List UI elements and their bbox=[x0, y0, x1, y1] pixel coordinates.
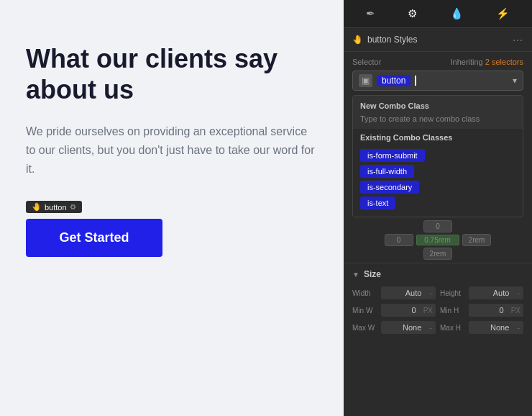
inheriting-label: Inheriting 2 selectors bbox=[450, 58, 523, 66]
min-height-field: Min H 0 PX bbox=[440, 304, 523, 317]
width-value: Auto bbox=[381, 286, 426, 299]
combo-tag-is-text[interactable]: is-text bbox=[360, 196, 395, 209]
height-label: Height bbox=[440, 289, 466, 297]
selector-type-icon: ▣ bbox=[359, 74, 372, 87]
max-height-value: None bbox=[469, 321, 513, 334]
size-header: ▼ Size bbox=[352, 269, 523, 279]
size-section: ▼ Size Width Auto - Height Auto - bbox=[344, 263, 532, 416]
hand-icon: 🤚 bbox=[32, 202, 42, 212]
spacing-right: 2rem bbox=[462, 234, 492, 246]
combo-tag-is-form-submit[interactable]: is-form-submit bbox=[360, 149, 425, 162]
new-combo-hint: Type to create a new combo class bbox=[353, 113, 523, 129]
max-width-label: Max W bbox=[352, 324, 378, 332]
paint-icon[interactable]: ✒ bbox=[360, 4, 381, 23]
combo-tags-list: is-form-submit is-full-width is-secondar… bbox=[353, 146, 523, 217]
size-label: Size bbox=[364, 269, 381, 279]
selector-class-tag: button bbox=[377, 75, 411, 86]
section-title-group: 🤚 button Styles bbox=[352, 35, 417, 45]
min-width-label: Min W bbox=[352, 307, 378, 315]
right-panel: ✒ ⚙ 💧 ⚡ 🤚 button Styles ··· Selector Inh… bbox=[344, 0, 532, 416]
max-height-field: Max H None - bbox=[440, 321, 523, 334]
combo-class-dropdown: New Combo Class Type to create a new com… bbox=[352, 95, 523, 217]
max-width-value: None bbox=[381, 321, 426, 334]
droplets-icon[interactable]: 💧 bbox=[444, 4, 469, 23]
section-header: 🤚 button Styles ··· bbox=[344, 28, 532, 52]
min-width-value: 0 bbox=[381, 304, 421, 317]
gear-icon[interactable]: ⚙ bbox=[70, 203, 76, 211]
sub-text: We pride ourselves on providing an excep… bbox=[26, 122, 318, 178]
width-dash[interactable]: - bbox=[426, 286, 436, 299]
min-height-label: Min H bbox=[440, 307, 466, 315]
new-combo-title: New Combo Class bbox=[353, 96, 523, 113]
width-field: Width Auto - bbox=[352, 286, 436, 299]
spacing-bottom: 2rem bbox=[423, 248, 453, 260]
selector-row: Selector Inheriting 2 selectors ▣ button… bbox=[344, 52, 532, 95]
spacing-visual: 0 0 0.75rem 2rem 2rem bbox=[344, 217, 532, 263]
left-panel: What our clients say about us We pride o… bbox=[0, 0, 344, 416]
selector-label-row: Selector Inheriting 2 selectors bbox=[352, 58, 523, 66]
hand-icon2: 🤚 bbox=[352, 35, 363, 45]
height-input-group[interactable]: Auto - bbox=[469, 286, 523, 299]
button-label-tag: 🤚 button ⚙ bbox=[26, 201, 82, 213]
cta-button[interactable]: Get Started bbox=[26, 219, 162, 257]
max-width-dash[interactable]: - bbox=[426, 321, 436, 334]
spacing-row-middle: 0 0.75rem 2rem bbox=[352, 234, 523, 246]
settings-icon[interactable]: ⚙ bbox=[402, 4, 423, 23]
combo-tag-is-secondary[interactable]: is-secondary bbox=[360, 181, 419, 194]
selector-label: Selector bbox=[352, 58, 381, 66]
toolbar: ✒ ⚙ 💧 ⚡ bbox=[344, 0, 532, 28]
spacing-row-top: 0 bbox=[352, 220, 523, 232]
max-height-label: Max H bbox=[440, 324, 466, 332]
combo-tag-is-full-width[interactable]: is-full-width bbox=[360, 165, 414, 178]
spacing-row-bottom: 2rem bbox=[352, 248, 523, 260]
min-width-input-group[interactable]: 0 PX bbox=[381, 304, 436, 317]
selector-input-row[interactable]: ▣ button ▾ bbox=[352, 71, 523, 91]
max-width-field: Max W None - bbox=[352, 321, 436, 334]
existing-combo-title: Existing Combo Classes bbox=[353, 129, 523, 146]
button-label-row: 🤚 button ⚙ bbox=[26, 201, 318, 213]
height-value: Auto bbox=[469, 286, 513, 299]
button-tag-text: button bbox=[45, 203, 67, 212]
min-height-value: 0 bbox=[469, 304, 508, 317]
min-width-field: Min W 0 PX bbox=[352, 304, 436, 317]
size-grid: Width Auto - Height Auto - Min W 0 bbox=[352, 286, 523, 334]
min-height-unit: PX bbox=[508, 304, 523, 317]
spacing-inner: 0.75rem bbox=[416, 235, 459, 245]
main-heading: What our clients say about us bbox=[26, 43, 318, 105]
more-options-button[interactable]: ··· bbox=[513, 34, 523, 45]
size-collapse-icon[interactable]: ▼ bbox=[352, 271, 359, 279]
dropdown-arrow-icon[interactable]: ▾ bbox=[513, 76, 517, 86]
inheriting-count: 2 selectors bbox=[485, 58, 523, 66]
lightning-icon[interactable]: ⚡ bbox=[490, 4, 515, 23]
section-title: button Styles bbox=[367, 35, 417, 45]
height-field: Height Auto - bbox=[440, 286, 523, 299]
width-input-group[interactable]: Auto - bbox=[381, 286, 436, 299]
min-height-input-group[interactable]: 0 PX bbox=[469, 304, 523, 317]
max-width-input-group[interactable]: None - bbox=[381, 321, 436, 334]
max-height-input-group[interactable]: None - bbox=[469, 321, 523, 334]
text-cursor bbox=[415, 76, 416, 86]
max-height-dash[interactable]: - bbox=[513, 321, 523, 334]
height-dash[interactable]: - bbox=[513, 286, 523, 299]
spacing-top: 0 bbox=[423, 220, 452, 232]
min-width-unit: PX bbox=[421, 304, 436, 317]
width-label: Width bbox=[352, 289, 378, 297]
spacing-left: 0 bbox=[385, 234, 413, 246]
